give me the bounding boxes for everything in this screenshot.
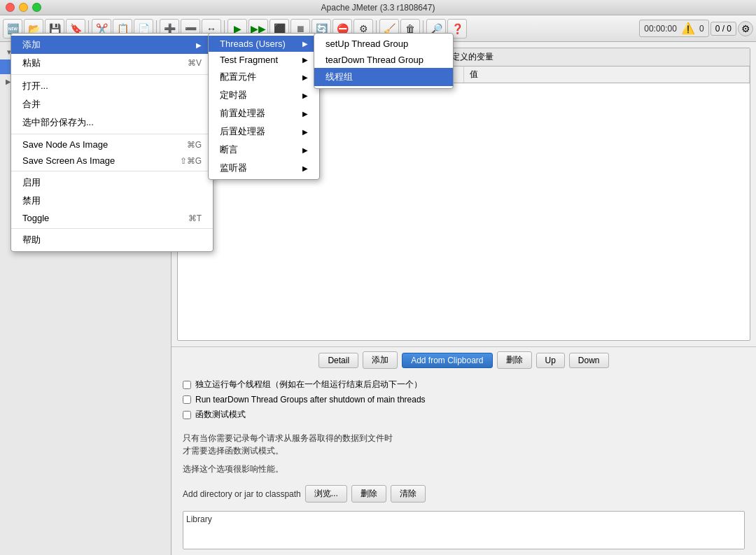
shortcut-label: ⇧⌘G <box>180 156 202 166</box>
menu-item-label: 断言 <box>220 143 238 156</box>
menu-item-label: 后置处理器 <box>220 125 265 138</box>
menu-item-assertion[interactable]: 断言 ▶ <box>209 141 319 159</box>
menu-item-save-screen-image[interactable]: Save Screen As Image ⇧⌘G <box>11 153 213 169</box>
checkbox-label-1: 独立运行每个线程组（例如在一个组运行结束后启动下一个） <box>195 379 422 391</box>
checkbox-row-1: 独立运行每个线程组（例如在一个组运行结束后启动下一个） <box>183 379 745 391</box>
menu-item-merge[interactable]: 合并 <box>11 95 213 113</box>
library-label: Library <box>186 514 212 524</box>
menu-item-label: setUp Thread Group <box>326 38 408 49</box>
submenu-arrow-icon: ▶ <box>302 73 308 81</box>
down-button[interactable]: Down <box>569 353 609 368</box>
menu-item-paste[interactable]: 粘贴 ⌘V <box>11 54 213 72</box>
separator-2 <box>11 134 213 134</box>
menu-item-threads-users[interactable]: Threads (Users) ▶ <box>209 36 319 52</box>
desc-line-1: 只有当你需要记录每个请求从服务器取得的数据到文件时 <box>183 433 393 443</box>
submenu-arrow-icon: ▶ <box>302 56 308 64</box>
separator-3 <box>11 171 213 171</box>
menu-item-label: 选中部分保存为... <box>22 116 94 129</box>
shortcut-label: ⌘T <box>188 213 202 223</box>
description-text-2: 选择这个选项很影响性能。 <box>172 463 756 481</box>
window-title: Apache JMeter (3.3 r1808647) <box>321 3 435 13</box>
menu-item-label: 配置元件 <box>220 71 256 83</box>
menu-item-label: 添加 <box>22 38 41 51</box>
clear-classpath-button[interactable]: 清除 <box>391 485 426 503</box>
menu-item-label: 禁用 <box>22 195 41 207</box>
menu-item-setup-thread[interactable]: setUp Thread Group <box>314 36 453 52</box>
desc-line-3: 选择这个选项很影响性能。 <box>183 464 284 474</box>
shortcut-label: ⌘V <box>188 58 202 68</box>
context-menu-2: Threads (Users) ▶ Test Fragment ▶ 配置元件 ▶… <box>208 33 320 180</box>
menu-item-help[interactable]: 帮助 <box>11 231 213 249</box>
menu-item-label: 帮助 <box>22 234 41 246</box>
timer-display: 00:00:00 ⚠️ 0 <box>639 20 708 37</box>
close-button[interactable] <box>6 3 15 12</box>
separator-4 <box>11 228 213 229</box>
up-button[interactable]: Up <box>536 353 565 368</box>
menu-item-label: 启用 <box>22 176 41 189</box>
checkbox-functional[interactable] <box>183 411 191 419</box>
desc-line-2: 才需要选择函数测试模式。 <box>183 446 284 456</box>
menu-item-label: Test Fragment <box>220 55 278 65</box>
menu-item-label: 监听器 <box>220 162 247 174</box>
run-counter: 0 / 0 <box>710 22 736 36</box>
menu-item-toggle[interactable]: Toggle ⌘T <box>11 210 213 226</box>
menu-item-label: Toggle <box>22 213 49 223</box>
checkbox-row-3: 函数测试模式 <box>183 409 745 421</box>
menu-item-thread-group[interactable]: 线程组 <box>314 68 453 86</box>
menu-item-enable[interactable]: 启用 <box>11 174 213 192</box>
menu-item-open[interactable]: 打开... <box>11 77 213 95</box>
checkbox-independent-run[interactable] <box>183 381 191 389</box>
submenu-arrow-icon: ▶ <box>302 164 308 172</box>
menu-item-post-processor[interactable]: 后置处理器 ▶ <box>209 122 319 141</box>
classpath-label: Add directory or jar to classpath <box>183 489 301 499</box>
warn-icon: ⚠️ <box>681 22 695 35</box>
menu-item-save-node-image[interactable]: Save Node As Image ⌘G <box>11 136 213 153</box>
checkbox-label-2: Run tearDown Thread Groups after shutdow… <box>195 395 426 405</box>
checkbox-label-3: 函数测试模式 <box>195 409 246 421</box>
window-controls <box>6 3 41 12</box>
submenu-arrow-icon: ▶ <box>302 40 308 48</box>
title-bar: Apache JMeter (3.3 r1808647) <box>0 0 756 15</box>
maximize-button[interactable] <box>32 3 41 12</box>
menu-item-test-fragment[interactable]: Test Fragment ▶ <box>209 52 319 68</box>
checkbox-teardown[interactable] <box>183 395 191 404</box>
menu-item-save-partial[interactable]: 选中部分保存为... <box>11 113 213 132</box>
add-from-clipboard-button[interactable]: Add from Clipboard <box>402 353 492 368</box>
menu-item-label: Threads (Users) <box>220 38 286 49</box>
submenu-arrow-icon: ▶ <box>302 110 308 118</box>
menu-item-label: 合并 <box>22 98 41 111</box>
menu-item-label: Save Screen As Image <box>22 155 115 166</box>
menu-item-timer[interactable]: 定时器 ▶ <box>209 86 319 104</box>
submenu-arrow-icon: ▶ <box>196 41 202 49</box>
value-col-header: 值 <box>464 66 750 83</box>
add-button[interactable]: 添加 <box>363 351 398 369</box>
shortcut-label: ⌘G <box>187 140 202 150</box>
delete-button[interactable]: 删除 <box>497 351 532 369</box>
submenu-arrow-icon: ▶ <box>302 146 308 154</box>
menu-item-listener[interactable]: 监听器 ▶ <box>209 159 319 177</box>
menu-item-teardown-thread[interactable]: tearDown Thread Group <box>314 52 453 68</box>
checkboxes-section: 独立运行每个线程组（例如在一个组运行结束后启动下一个） Run tearDown… <box>172 373 756 430</box>
browse-button[interactable]: 浏览... <box>305 485 347 503</box>
classpath-section: Add directory or jar to classpath 浏览... … <box>172 481 756 511</box>
timer-value: 00:00:00 <box>644 24 677 34</box>
classpath-row: Add directory or jar to classpath 浏览... … <box>183 485 745 503</box>
menu-item-disable[interactable]: 禁用 <box>11 192 213 210</box>
menu-item-label: 前置处理器 <box>220 107 265 120</box>
submenu-arrow-icon: ▶ <box>302 128 308 136</box>
classpath-delete-button[interactable]: 删除 <box>351 485 386 503</box>
menu-item-add[interactable]: 添加 ▶ <box>11 36 213 54</box>
library-box: Library <box>183 511 745 549</box>
context-menu-3: setUp Thread Group tearDown Thread Group… <box>314 33 454 89</box>
settings-button[interactable]: ⚙ <box>738 21 753 36</box>
detail-button[interactable]: Detail <box>318 353 358 368</box>
minimize-button[interactable] <box>19 3 28 12</box>
description-text: 只有当你需要记录每个请求从服务器取得的数据到文件时 才需要选择函数测试模式。 <box>172 430 756 463</box>
menu-item-pre-processor[interactable]: 前置处理器 ▶ <box>209 104 319 122</box>
separator <box>11 74 213 75</box>
menu-item-label: tearDown Thread Group <box>326 55 424 65</box>
menu-item-config-element[interactable]: 配置元件 ▶ <box>209 68 319 86</box>
submenu-arrow-icon: ▶ <box>302 92 308 99</box>
menu-item-label: 粘贴 <box>22 57 41 69</box>
menu-item-label: 线程组 <box>326 71 353 83</box>
